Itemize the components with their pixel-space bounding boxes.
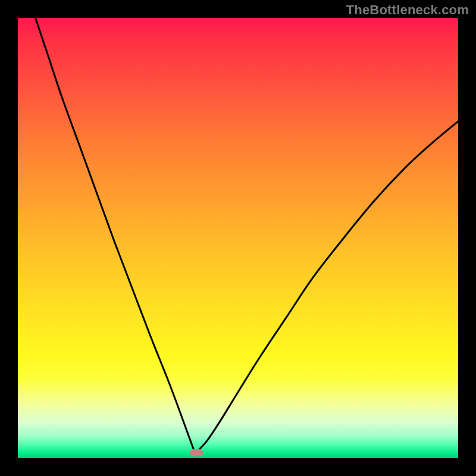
optimum-marker	[190, 449, 203, 456]
chart-frame: TheBottleneck.com	[0, 0, 476, 476]
curve-right	[198, 121, 458, 450]
curve-left	[36, 18, 194, 450]
bottleneck-curve	[18, 18, 458, 458]
watermark-text: TheBottleneck.com	[346, 2, 469, 18]
plot-area	[18, 18, 458, 458]
